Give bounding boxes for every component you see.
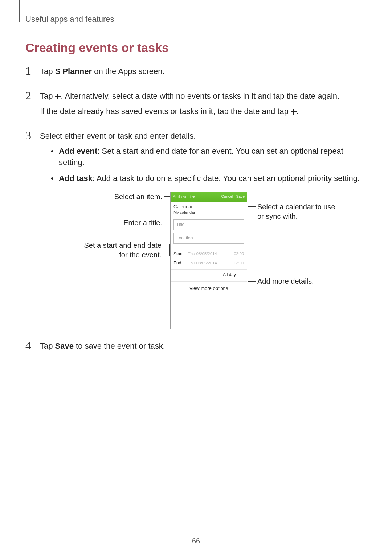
leader-connector xyxy=(164,244,170,256)
tab-add-event[interactable]: Add event xyxy=(173,194,191,200)
text: : Add a task to do on a specific date. Y… xyxy=(93,174,360,183)
text: : Set a start and end date for an event.… xyxy=(59,147,343,167)
page-number: 66 xyxy=(0,537,392,545)
calendar-value: My calendar xyxy=(173,210,244,216)
section-title: Creating events or tasks xyxy=(25,41,367,55)
phone-blank-area xyxy=(171,294,247,329)
plus-icon xyxy=(55,94,61,99)
text: Tap xyxy=(40,341,55,350)
callout-add-more: Add more details. xyxy=(256,276,315,286)
end-date-value: Thu 08/05/2014 xyxy=(188,260,232,266)
label: Add event xyxy=(59,147,97,156)
step-number: 4 xyxy=(25,340,33,351)
calendar-selector[interactable]: Calendar My calendar xyxy=(171,202,247,217)
leader-line xyxy=(164,223,170,223)
callout-start-end: Set a start and end date for the event. xyxy=(77,241,163,259)
text: Tap xyxy=(40,91,55,100)
figure-event-editor: Select an item. Enter a title. Set a sta… xyxy=(51,192,367,329)
leader-line xyxy=(248,281,256,282)
save-button[interactable]: Save xyxy=(236,194,245,200)
phone-mock: Add event Cancel Save Calendar My calend… xyxy=(170,192,247,329)
step-3-intro: Select either event or task and enter de… xyxy=(40,130,367,142)
breadcrumb: Useful apps and features xyxy=(25,15,367,24)
end-time-value: 03:00 xyxy=(234,260,244,266)
step-2-line1: Tap . Alternatively, select a date with … xyxy=(40,90,367,102)
text: to save the event or task. xyxy=(74,341,165,350)
step-4-text: Tap Save to save the event or task. xyxy=(40,340,367,352)
start-date-value: Thu 08/05/2014 xyxy=(188,251,232,257)
end-date-row[interactable]: End Thu 08/05/2014 03:00 xyxy=(173,259,244,268)
phone-action-bar: Add event Cancel Save xyxy=(171,192,247,202)
start-date-row[interactable]: Start Thu 08/05/2014 02:00 xyxy=(173,250,244,259)
start-time-value: 02:00 xyxy=(234,251,244,257)
label: Add task xyxy=(59,174,93,183)
text: . xyxy=(297,107,299,116)
step-4: 4 Tap Save to save the event or task. xyxy=(25,340,367,356)
leader-line xyxy=(164,196,170,197)
title-input[interactable]: Title xyxy=(173,219,244,230)
bullet-add-event: Add event: Set a start and end date for … xyxy=(51,145,367,169)
step-number: 3 xyxy=(25,130,33,141)
text: If the date already has saved events or … xyxy=(40,107,291,116)
step-number: 2 xyxy=(25,90,33,101)
all-day-label: All day xyxy=(223,272,236,278)
calendar-label: Calendar xyxy=(173,204,244,210)
page-tab-mark xyxy=(16,0,20,22)
callout-select-item: Select an item. xyxy=(113,192,164,201)
text: Tap xyxy=(40,67,55,76)
text: . Alternatively, select a date with no e… xyxy=(61,91,340,100)
step-2: 2 Tap . Alternatively, select a date wit… xyxy=(25,90,367,121)
cancel-button[interactable]: Cancel xyxy=(221,194,233,200)
text: on the Apps screen. xyxy=(92,67,165,76)
leader-line xyxy=(248,206,256,207)
all-day-checkbox[interactable] xyxy=(238,272,244,278)
view-more-options[interactable]: View more options xyxy=(171,282,247,294)
dropdown-arrow-icon xyxy=(192,196,195,198)
save-label: Save xyxy=(55,341,74,350)
location-input[interactable]: Location xyxy=(173,233,244,243)
step-number: 1 xyxy=(25,65,33,77)
plus-icon xyxy=(291,109,297,115)
step-3: 3 Select either event or task and enter … xyxy=(25,130,367,329)
callout-enter-title: Enter a title. xyxy=(122,218,164,227)
end-label: End xyxy=(173,260,186,266)
step-1-text: Tap S Planner on the Apps screen. xyxy=(40,66,367,77)
start-label: Start xyxy=(173,251,186,257)
bullet-add-task: Add task: Add a task to do on a specific… xyxy=(51,173,367,184)
callout-select-calendar: Select a calendar to use or sync with. xyxy=(256,202,342,221)
step-1: 1 Tap S Planner on the Apps screen. xyxy=(25,66,367,81)
step-2-line2: If the date already has saved events or … xyxy=(40,106,367,117)
app-name: S Planner xyxy=(55,67,92,76)
all-day-row[interactable]: All day xyxy=(171,270,247,281)
